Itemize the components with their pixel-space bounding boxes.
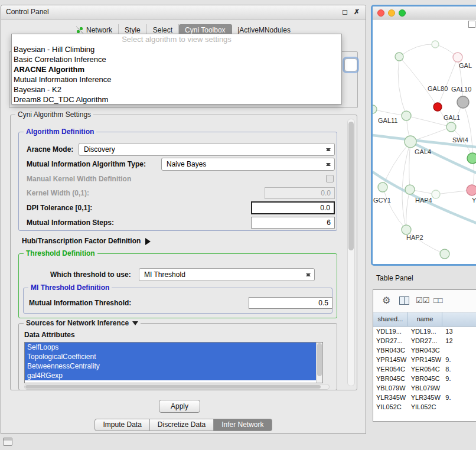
manual-kernel-checkbox[interactable] (326, 175, 334, 182)
sources-group-title[interactable]: Sources for Network Inference (24, 319, 141, 327)
network-node[interactable] (467, 153, 476, 164)
table-cell: YIL052C (408, 402, 443, 412)
network-edge (409, 142, 410, 190)
network-node-hap4[interactable] (405, 185, 415, 194)
attribute-item-gal4rgexp[interactable]: gal4RGexp (25, 371, 316, 380)
attribute-item-selfloops[interactable]: SelfLoops (25, 343, 316, 352)
threshold-definition-title: Threshold Definition (24, 249, 97, 257)
manual-kernel-label: Manual Kernel Width Definition (27, 174, 131, 184)
algorithm-option-basic-correlation-inference[interactable]: Basic Correlation Inference (12, 54, 341, 64)
network-tab-icon (76, 27, 83, 34)
network-node-gcy1[interactable] (378, 182, 387, 192)
network-canvas[interactable]: GALGAL80GAL10GAL11GAL1SWI4GAL4GCY1HAP4YH… (373, 19, 476, 264)
algorithm-option-mutual-information-inference[interactable]: Mutual Information Inference (12, 74, 341, 84)
zoom-traffic-light[interactable] (399, 9, 406, 17)
column-header-shared[interactable]: shared... (373, 312, 408, 326)
node-label-gal1: GAL1 (444, 114, 460, 121)
column-header-col2[interactable] (442, 312, 476, 326)
table-row[interactable]: YPR145WYPR145W9. (373, 355, 476, 364)
focused-small-button[interactable] (344, 58, 357, 71)
overview-toggle-box[interactable] (468, 21, 475, 28)
table-row[interactable]: YIL052CYIL052C (373, 402, 476, 412)
control-panel-window: Control Panel ◻ ✗ NetworkStyleSelectCyni… (1, 5, 366, 434)
list-vertical-thumb[interactable] (317, 343, 322, 376)
data-attributes-list[interactable]: SelfLoopsTopologicalCoefficientBetweenne… (24, 342, 323, 383)
table-row[interactable]: YBL079WYBL079W (373, 383, 476, 393)
close-window-icon[interactable]: ✗ (354, 5, 360, 19)
kernel-width-label: Kernel Width (0,1): (27, 187, 89, 199)
aracne-mode-label: Aracne Mode: (27, 143, 73, 156)
bottom-tab-infer-network[interactable]: Infer Network (214, 419, 272, 431)
algorithm-option-bayesian-k2[interactable]: Bayesian - K2 (12, 84, 341, 94)
table-row[interactable]: YLR345WYLR345W9. (373, 393, 476, 402)
table-row[interactable]: YDL19...YDL19...13 (373, 327, 476, 336)
algorithm-option-aracne-algorithm[interactable]: ARACNE Algorithm (12, 64, 341, 74)
network-edge (438, 57, 458, 107)
network-node-hap2[interactable] (402, 225, 411, 234)
settings-scrollbar-thumb[interactable] (348, 122, 354, 250)
hub-section-toggle[interactable]: Hub/Transcription Factor Definition (22, 236, 154, 246)
deselect-all-icon[interactable]: □□ (433, 295, 443, 306)
network-node[interactable] (453, 53, 462, 62)
settings-scrollbar[interactable] (347, 119, 355, 386)
table-cell: 8. (442, 364, 476, 374)
network-node-gal10[interactable] (433, 103, 442, 111)
sources-title-text: Sources for Network Inference (26, 319, 129, 327)
list-horizontal-scrollbar[interactable] (24, 384, 330, 390)
table-cell: 13 (442, 327, 476, 336)
window-title: Control Panel (6, 5, 49, 19)
stepper-arrows-icon (306, 270, 311, 279)
node-label-gal11: GAL11 (378, 117, 397, 124)
algorithm-option-dream8-dc-tdc-algorithm[interactable]: Dream8 DC_TDC Algorithm (12, 94, 341, 105)
network-node[interactable] (432, 41, 439, 48)
which-threshold-select[interactable]: MI Threshold (139, 268, 315, 281)
select-all-icon[interactable]: ☑☑ (416, 295, 429, 306)
minimize-traffic-light[interactable] (388, 9, 395, 17)
table-row[interactable]: YDR27...YDR27...12 (373, 336, 476, 345)
table-cell: YLR345W (373, 393, 408, 402)
network-node[interactable] (395, 53, 403, 61)
kernel-width-field[interactable]: 0.0 (265, 187, 335, 199)
table-toolbar: ⚙ ☑☑ □□ (373, 290, 476, 312)
restore-panel-icon[interactable] (3, 438, 12, 446)
node-label-gal: GAL (459, 62, 472, 69)
table-row[interactable]: YBR045CYBR045C9. (373, 374, 476, 383)
table-cell: 9. (442, 355, 476, 364)
network-node-gal4[interactable] (405, 136, 416, 148)
list-horizontal-thumb[interactable] (25, 385, 321, 389)
attribute-item-betweennesscentrality[interactable]: BetweennessCentrality (25, 361, 316, 371)
float-window-icon[interactable]: ◻ (342, 5, 348, 19)
aracne-mode-select[interactable]: Discovery (79, 143, 335, 156)
gear-icon[interactable]: ⚙ (382, 295, 390, 306)
desktop: Control Panel ◻ ✗ NetworkStyleSelectCyni… (0, 0, 476, 450)
bottom-tab-bar: Impute DataDiscretize DataInfer Network (1, 419, 366, 431)
table-row[interactable]: YBR043CYBR043C (373, 345, 476, 355)
network-node[interactable] (432, 190, 440, 198)
mi-steps-field[interactable]: 6 (251, 217, 335, 229)
bottom-tab-impute-data[interactable]: Impute Data (94, 419, 149, 431)
network-edge (398, 57, 406, 116)
network-node[interactable] (467, 185, 476, 195)
dpi-tolerance-field[interactable]: 0.0 (251, 201, 335, 214)
apply-button[interactable]: Apply (159, 400, 200, 413)
attribute-item-topologicalcoefficient[interactable]: TopologicalCoefficient (25, 352, 316, 361)
table-row[interactable]: YER054CYER054C8. (373, 364, 476, 374)
mi-type-value: Naive Bayes (167, 160, 322, 168)
network-node-gal11[interactable] (402, 111, 411, 120)
mi-threshold-field[interactable]: 0.5 (249, 297, 332, 309)
network-node[interactable] (440, 249, 449, 259)
column-header-name[interactable]: name (408, 312, 443, 326)
table-panel-window: ⚙ ☑☑ □□ shared...name YDL19...YDL19...13… (373, 289, 476, 422)
bottom-tab-discretize-data[interactable]: Discretize Data (150, 419, 214, 431)
network-node[interactable] (457, 96, 469, 108)
columns-icon[interactable] (399, 296, 409, 305)
table-cell: YIL052C (373, 402, 408, 412)
algorithm-option-bayesian-hill-climbing[interactable]: Bayesian - Hill Climbing (12, 44, 341, 54)
network-window-titlebar[interactable] (373, 6, 476, 19)
mi-type-select[interactable]: Naive Bayes (161, 158, 335, 171)
network-node[interactable] (373, 105, 377, 113)
list-vertical-scrollbar[interactable] (316, 343, 322, 383)
network-node-gal1[interactable] (446, 122, 456, 132)
close-traffic-light[interactable] (377, 9, 384, 17)
table-cell: YBR043C (373, 345, 408, 355)
